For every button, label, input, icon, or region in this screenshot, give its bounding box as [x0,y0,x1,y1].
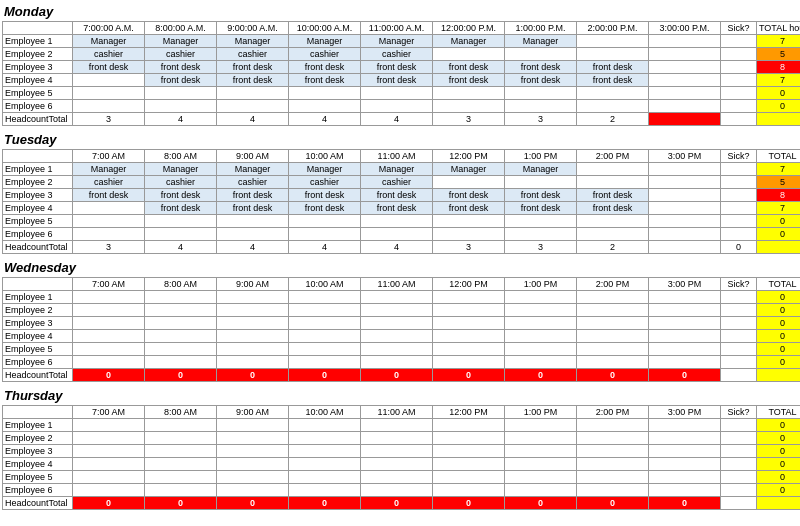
shift-cell-4-6[interactable] [505,215,577,228]
shift-cell-1-0[interactable] [73,432,145,445]
shift-cell-5-0[interactable] [73,484,145,497]
shift-cell-2-5[interactable]: front desk [433,189,505,202]
sick-cell-4[interactable] [721,87,757,100]
shift-cell-2-8[interactable] [649,189,721,202]
shift-cell-4-2[interactable] [217,471,289,484]
sick-cell-2[interactable] [721,189,757,202]
shift-cell-0-1[interactable]: Manager [145,163,217,176]
shift-cell-0-6[interactable]: Manager [505,35,577,48]
shift-cell-4-8[interactable] [649,343,721,356]
shift-cell-2-5[interactable]: front desk [433,61,505,74]
shift-cell-1-5[interactable] [433,48,505,61]
shift-cell-0-0[interactable]: Manager [73,163,145,176]
shift-cell-1-5[interactable] [433,432,505,445]
shift-cell-3-7[interactable] [577,330,649,343]
shift-cell-2-4[interactable] [361,445,433,458]
shift-cell-0-7[interactable] [577,291,649,304]
shift-cell-3-0[interactable] [73,202,145,215]
shift-cell-5-4[interactable] [361,484,433,497]
shift-cell-4-1[interactable] [145,87,217,100]
sick-cell-0[interactable] [721,291,757,304]
shift-cell-2-4[interactable]: front desk [361,61,433,74]
sick-cell-1[interactable] [721,176,757,189]
shift-cell-5-2[interactable] [217,228,289,241]
shift-cell-1-3[interactable]: cashier [289,176,361,189]
shift-cell-4-4[interactable] [361,87,433,100]
shift-cell-2-7[interactable] [577,445,649,458]
shift-cell-3-3[interactable]: front desk [289,74,361,87]
shift-cell-2-6[interactable]: front desk [505,61,577,74]
shift-cell-0-8[interactable] [649,419,721,432]
shift-cell-3-6[interactable] [505,458,577,471]
shift-cell-2-3[interactable] [289,445,361,458]
sick-cell-5[interactable] [721,100,757,113]
shift-cell-4-8[interactable] [649,87,721,100]
shift-cell-0-8[interactable] [649,163,721,176]
shift-cell-5-2[interactable] [217,100,289,113]
shift-cell-0-2[interactable] [217,291,289,304]
shift-cell-5-6[interactable] [505,100,577,113]
shift-cell-3-1[interactable] [145,458,217,471]
shift-cell-1-8[interactable] [649,304,721,317]
shift-cell-0-6[interactable] [505,291,577,304]
shift-cell-2-1[interactable] [145,317,217,330]
shift-cell-2-5[interactable] [433,445,505,458]
shift-cell-5-5[interactable] [433,484,505,497]
sick-cell-1[interactable] [721,432,757,445]
shift-cell-1-1[interactable]: cashier [145,176,217,189]
shift-cell-0-4[interactable]: Manager [361,163,433,176]
shift-cell-0-5[interactable]: Manager [433,163,505,176]
sick-cell-4[interactable] [721,343,757,356]
shift-cell-2-8[interactable] [649,445,721,458]
shift-cell-0-2[interactable]: Manager [217,35,289,48]
shift-cell-1-3[interactable] [289,432,361,445]
sick-cell-0[interactable] [721,419,757,432]
shift-cell-1-4[interactable] [361,304,433,317]
shift-cell-1-2[interactable] [217,432,289,445]
shift-cell-2-2[interactable] [217,445,289,458]
shift-cell-3-6[interactable] [505,330,577,343]
shift-cell-0-0[interactable]: Manager [73,35,145,48]
shift-cell-5-7[interactable] [577,228,649,241]
shift-cell-0-6[interactable]: Manager [505,163,577,176]
shift-cell-4-4[interactable] [361,215,433,228]
shift-cell-4-3[interactable] [289,87,361,100]
shift-cell-1-5[interactable] [433,176,505,189]
shift-cell-4-5[interactable] [433,215,505,228]
shift-cell-4-0[interactable] [73,471,145,484]
shift-cell-1-8[interactable] [649,48,721,61]
shift-cell-1-6[interactable] [505,48,577,61]
shift-cell-2-3[interactable]: front desk [289,189,361,202]
shift-cell-0-7[interactable] [577,419,649,432]
shift-cell-3-0[interactable] [73,458,145,471]
shift-cell-5-1[interactable] [145,100,217,113]
shift-cell-3-2[interactable]: front desk [217,202,289,215]
shift-cell-1-0[interactable] [73,304,145,317]
shift-cell-1-4[interactable]: cashier [361,48,433,61]
shift-cell-0-3[interactable]: Manager [289,35,361,48]
shift-cell-3-7[interactable]: front desk [577,74,649,87]
shift-cell-4-6[interactable] [505,471,577,484]
shift-cell-1-6[interactable] [505,176,577,189]
sick-cell-0[interactable] [721,35,757,48]
shift-cell-2-2[interactable]: front desk [217,189,289,202]
shift-cell-0-3[interactable] [289,291,361,304]
shift-cell-0-3[interactable]: Manager [289,163,361,176]
shift-cell-0-5[interactable] [433,291,505,304]
sick-cell-2[interactable] [721,317,757,330]
shift-cell-2-0[interactable]: front desk [73,61,145,74]
shift-cell-4-0[interactable] [73,215,145,228]
shift-cell-4-1[interactable] [145,471,217,484]
shift-cell-1-4[interactable]: cashier [361,176,433,189]
shift-cell-5-7[interactable] [577,356,649,369]
shift-cell-2-7[interactable]: front desk [577,61,649,74]
shift-cell-5-6[interactable] [505,356,577,369]
shift-cell-3-8[interactable] [649,458,721,471]
shift-cell-1-8[interactable] [649,176,721,189]
shift-cell-5-3[interactable] [289,100,361,113]
shift-cell-4-6[interactable] [505,87,577,100]
sick-cell-2[interactable] [721,61,757,74]
shift-cell-3-2[interactable] [217,458,289,471]
sick-cell-4[interactable] [721,471,757,484]
shift-cell-5-2[interactable] [217,484,289,497]
